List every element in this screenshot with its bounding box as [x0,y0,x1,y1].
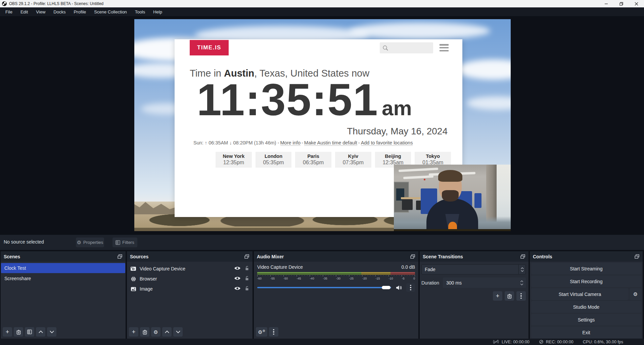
channel-options-kebab-button[interactable] [406,283,415,292]
visibility-eye-icon[interactable] [234,266,241,271]
start-recording-button[interactable]: Start Recording [531,275,641,287]
close-button[interactable] [629,0,644,7]
gear-icon: ⚙ [633,292,638,297]
preview-area[interactable]: TIME.IS Time in Austin, Texas, United St… [0,16,644,235]
person-hair [438,170,462,182]
visibility-eye-icon[interactable] [234,276,241,282]
transitions-header: Scene Transitions [420,251,528,262]
obs-logo-icon [2,1,7,6]
menu-profile[interactable]: Profile [70,7,90,16]
popout-icon[interactable] [520,254,525,259]
scene-transitions-panel: Scene Transitions Fade Duration 300 ms [420,251,528,339]
transition-dropdown[interactable]: Fade [421,264,526,274]
volume-slider-track[interactable] [257,287,391,288]
source-row-browser[interactable]: Browser [127,274,252,284]
volume-slider-handle[interactable] [382,286,390,289]
audio-mixer-body: Video Capture Device 0.0 dB -60-55-50-45… [254,262,418,339]
window-title: OBS 29.1.2 - Profile: LLHLS BETA - Scene… [9,1,103,6]
remove-source-button[interactable] [140,327,149,337]
menu-tools[interactable]: Tools [131,7,149,16]
settings-button[interactable]: Settings [531,314,641,326]
controls-panel: Controls Start Streaming Start Recording… [530,251,643,339]
scene-item-clock-test[interactable]: Clock Test [1,263,125,273]
city-tile: Paris06:35pm [295,152,331,168]
dropdown-arrows[interactable] [518,265,525,274]
start-virtual-camera-button[interactable]: Start Virtual Camera [531,288,629,300]
menu-view[interactable]: View [32,7,49,16]
properties-button[interactable]: ⚙ Properties [76,238,104,247]
chevron-up-icon [520,281,523,282]
kebab-icon [273,329,274,335]
menu-scene-collection[interactable]: Scene Collection [90,7,131,16]
webcam-source[interactable] [394,165,511,231]
cloud [457,59,511,80]
popout-icon[interactable] [244,254,249,259]
scenes-panel-title: Scenes [4,254,20,259]
menu-docks[interactable]: Docks [49,7,70,16]
city-tile: London05:35pm [256,152,292,168]
add-source-button[interactable]: + [129,327,138,337]
fire-alarm-light [424,179,425,180]
menu-help[interactable]: Help [149,7,166,16]
move-source-down-button[interactable] [173,327,183,337]
transition-options-kebab-button[interactable] [516,291,526,301]
studio-mode-button[interactable]: Studio Mode [531,301,641,313]
more-info-link: More info [280,140,301,146]
live-status: LIVE: 00:00:00 [493,340,530,344]
scene-filters-button[interactable] [25,327,34,337]
source-row-image[interactable]: Image [127,284,252,294]
unlock-icon[interactable] [245,266,249,272]
visibility-eye-icon[interactable] [234,286,241,292]
obs-window: OBS 29.1.2 - Profile: LLHLS BETA - Scene… [0,0,644,345]
titlebar: OBS 29.1.2 - Profile: LLHLS BETA - Scene… [0,0,644,7]
program-canvas[interactable]: TIME.IS Time in Austin, Texas, United St… [134,19,511,231]
unlock-icon[interactable] [245,276,249,282]
move-scene-down-button[interactable] [47,327,56,337]
timeis-logo: TIME.IS [190,40,229,55]
chevron-down-icon [50,331,54,333]
spinner-arrows[interactable] [520,277,523,288]
camera-icon [130,267,136,271]
move-scene-up-button[interactable] [36,327,45,337]
start-streaming-button[interactable]: Start Streaming [531,263,641,274]
popout-icon[interactable] [634,254,640,259]
restore-button[interactable] [614,0,629,7]
gear-icon: ⚙ [153,330,158,335]
sources-toolbar: + ⚙ [129,327,183,337]
remove-scene-button[interactable] [14,327,23,337]
source-properties-button[interactable]: ⚙ [151,327,160,337]
volume-meter [257,272,415,275]
remove-transition-button[interactable] [505,291,514,301]
transitions-title: Scene Transitions [423,254,463,259]
meter-tickmarks [257,275,415,276]
duration-spinbox[interactable]: 300 ms [443,277,526,288]
mixer-options-kebab-button[interactable] [269,327,278,337]
unlock-icon[interactable] [245,286,249,292]
filters-button[interactable]: Filters [112,238,137,247]
add-transition-button[interactable]: + [493,291,502,301]
cpu-status: CPU: 0.6%, 30.00 fps [583,340,623,344]
add-scene-button[interactable]: + [3,327,12,337]
filter-icon [27,330,32,334]
scenes-panel-header: Scenes [1,251,126,262]
volume-slider[interactable] [257,286,391,290]
exit-button[interactable]: Exit [531,327,641,338]
popout-icon[interactable] [410,254,415,259]
gears-icon: ⚙⚙ [258,330,265,335]
rec-status: REC: 00:00:00 [539,340,573,344]
chevron-up-icon [165,331,169,333]
menu-edit[interactable]: Edit [16,7,32,16]
minimize-button[interactable] [599,0,614,7]
person-beard [442,190,459,202]
popout-icon[interactable] [117,254,123,259]
move-source-up-button[interactable] [162,327,172,337]
search-icon [382,45,388,51]
scene-item-screenshare[interactable]: Screenshare [1,273,125,284]
menu-file[interactable]: File [1,7,16,16]
advanced-audio-button[interactable]: ⚙⚙ [256,327,267,337]
virtual-camera-settings-button[interactable]: ⚙ [630,288,641,300]
mute-speaker-button[interactable] [396,285,402,290]
chevron-up-icon [39,331,43,333]
chair [402,199,412,210]
source-row-video-capture[interactable]: Video Capture Device [127,264,252,274]
